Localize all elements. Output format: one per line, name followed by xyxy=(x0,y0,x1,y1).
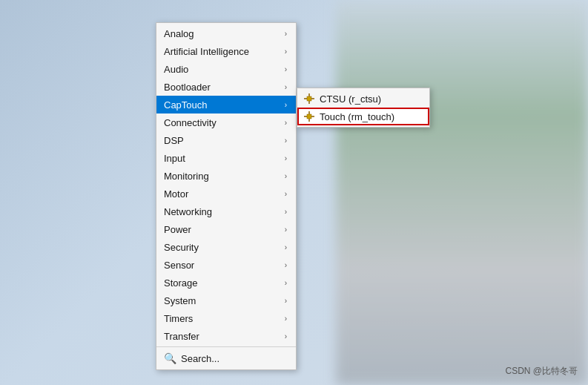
menu-item-label: Security xyxy=(164,242,279,253)
menu-item-label: Artificial Intelligence xyxy=(164,46,279,57)
menu-item-label: Connectivity xyxy=(164,117,279,128)
svg-rect-0 xyxy=(307,96,311,101)
submenu: CTSU (r_ctsu)Touch (rm_touch) xyxy=(297,88,430,128)
menu-item-audio[interactable]: Audio› xyxy=(156,60,296,78)
menu-item-label: Analog xyxy=(164,28,279,39)
menu-item-label: Bootloader xyxy=(164,82,279,93)
menu-item-motor[interactable]: Motor› xyxy=(156,185,296,203)
menu-item-label: Networking xyxy=(164,206,279,217)
menu-item-label: Monitoring xyxy=(164,171,279,182)
submenu-item-label: CTSU (r_ctsu) xyxy=(320,93,381,105)
menu-separator xyxy=(156,346,296,347)
submenu-arrow-icon: › xyxy=(285,136,287,145)
component-icon xyxy=(303,93,315,105)
menu-item-label: Power xyxy=(164,224,279,235)
menu-item-label: DSP xyxy=(164,135,279,146)
menu-item-label: Audio xyxy=(164,64,279,75)
watermark-text: CSDN @比特冬哥 xyxy=(505,366,578,376)
menu-item-label: System xyxy=(164,295,279,306)
menu-item-label: Input xyxy=(164,153,279,164)
menu-container: Analog›Artificial Intelligence›Audio›Boo… xyxy=(156,22,430,370)
submenu-item-1[interactable]: Touch (rm_touch) xyxy=(297,108,429,125)
menu-item-captouch[interactable]: CapTouch› xyxy=(156,96,296,113)
submenu-arrow-icon: › xyxy=(285,226,287,234)
menu-item-label: Transfer xyxy=(164,331,279,342)
submenu-arrow-icon: › xyxy=(285,65,287,73)
submenu-arrow-icon: › xyxy=(285,119,287,127)
menu-item-bootloader[interactable]: Bootloader› xyxy=(156,78,296,96)
menu-item-transfer[interactable]: Transfer› xyxy=(156,327,296,345)
submenu-arrow-icon: › xyxy=(285,154,287,162)
menu-item-dsp[interactable]: DSP› xyxy=(156,131,296,149)
submenu-arrow-icon: › xyxy=(285,47,287,56)
submenu-arrow-icon: › xyxy=(285,279,287,287)
submenu-arrow-icon: › xyxy=(285,332,287,340)
menu-item-label: CapTouch xyxy=(164,99,279,111)
menu-item-label: Timers xyxy=(164,313,279,324)
search-icon: 🔍 xyxy=(164,352,176,364)
menu-item-label: Storage xyxy=(164,277,279,289)
main-menu: Analog›Artificial Intelligence›Audio›Boo… xyxy=(156,22,297,370)
submenu-arrow-icon: › xyxy=(285,315,287,323)
submenu-item-label: Touch (rm_touch) xyxy=(320,111,394,122)
submenu-arrow-icon: › xyxy=(285,30,287,38)
submenu-arrow-icon: › xyxy=(285,243,287,251)
menu-item-label: Sensor xyxy=(164,260,279,271)
menu-item-input[interactable]: Input› xyxy=(156,149,296,167)
menu-item-storage[interactable]: Storage› xyxy=(156,274,296,292)
watermark: CSDN @比特冬哥 xyxy=(505,365,578,378)
menu-item-analog[interactable]: Analog› xyxy=(156,24,296,42)
menu-item-monitoring[interactable]: Monitoring› xyxy=(156,167,296,185)
search-label: Search... xyxy=(181,353,219,364)
svg-rect-5 xyxy=(307,114,311,119)
submenu-arrow-icon: › xyxy=(285,261,287,269)
menu-item-label: Motor xyxy=(164,188,279,200)
menu-item-networking[interactable]: Networking› xyxy=(156,203,296,220)
menu-item-sensor[interactable]: Sensor› xyxy=(156,256,296,274)
menu-item-timers[interactable]: Timers› xyxy=(156,309,296,327)
submenu-arrow-icon: › xyxy=(285,208,287,216)
submenu-arrow-icon: › xyxy=(285,297,287,305)
submenu-arrow-icon: › xyxy=(285,172,287,180)
submenu-item-0[interactable]: CTSU (r_ctsu) xyxy=(297,90,429,108)
submenu-arrow-icon: › xyxy=(285,83,287,91)
component-icon xyxy=(303,111,315,122)
submenu-arrow-icon: › xyxy=(285,101,287,109)
menu-item-security[interactable]: Security› xyxy=(156,238,296,256)
menu-item-power[interactable]: Power› xyxy=(156,220,296,238)
menu-item-artificial-intelligence[interactable]: Artificial Intelligence› xyxy=(156,42,296,60)
submenu-arrow-icon: › xyxy=(285,190,287,198)
search-menu-item[interactable]: 🔍Search... xyxy=(156,349,296,368)
menu-item-connectivity[interactable]: Connectivity› xyxy=(156,113,296,131)
menu-item-system[interactable]: System› xyxy=(156,292,296,309)
